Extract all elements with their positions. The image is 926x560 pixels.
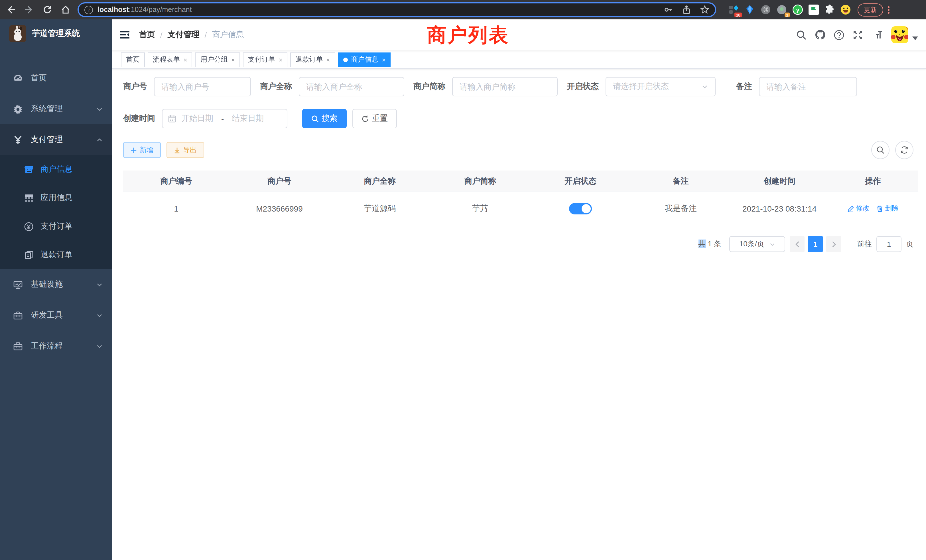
search-button[interactable]: 搜索 <box>302 109 346 128</box>
monitor-icon <box>12 279 23 290</box>
toolbox-icon <box>12 341 23 351</box>
col-header: 商户全称 <box>330 176 430 186</box>
page-number-1[interactable]: 1 <box>808 236 823 252</box>
sidebar-item-label: 工作流程 <box>31 341 63 351</box>
browser-toolbar: i localhost:1024/pay/merchant 10 ⌘ <box>0 0 926 20</box>
grid-icon <box>24 193 34 203</box>
extension-badge: 1 <box>785 12 790 17</box>
merchant-no-label: 商户号 <box>123 82 147 92</box>
sidebar-item-system[interactable]: 系统管理 <box>0 94 112 124</box>
font-size-icon[interactable] <box>871 29 882 40</box>
date-range-input[interactable]: 开始日期 - 结束日期 <box>162 109 287 128</box>
goto-page-input[interactable]: 1 <box>876 236 902 252</box>
status-toggle[interactable] <box>569 203 592 214</box>
address-bar[interactable]: i localhost:1024/pay/merchant <box>77 2 716 17</box>
close-icon[interactable]: × <box>231 56 235 63</box>
extension-y-icon[interactable]: y <box>793 5 803 15</box>
tab-merchant-info[interactable]: 商户信息× <box>338 52 391 67</box>
reset-button[interactable]: 重置 <box>353 109 397 128</box>
close-icon[interactable]: × <box>184 56 187 63</box>
browser-menu-icon[interactable] <box>888 6 890 14</box>
caret-down-icon[interactable] <box>912 33 918 42</box>
bookmark-star-icon[interactable] <box>700 5 709 14</box>
edit-link[interactable]: 修改 <box>847 204 870 213</box>
chrome-update-button[interactable]: 更新 <box>858 3 883 16</box>
merchant-short-input[interactable] <box>460 82 550 91</box>
user-avatar[interactable] <box>891 26 908 43</box>
sidebar-item-infra[interactable]: 基础设施 <box>0 269 112 300</box>
breadcrumb-home[interactable]: 首页 <box>139 30 155 40</box>
cell-short-name: 芋艿 <box>430 203 530 213</box>
chevron-down-icon <box>769 241 775 247</box>
remark-input[interactable] <box>766 82 850 91</box>
next-page-button[interactable] <box>826 236 841 252</box>
tab-home[interactable]: 首页 <box>121 52 145 67</box>
extension-gem-icon[interactable] <box>745 5 755 15</box>
col-header: 商户简称 <box>430 176 530 186</box>
reload-icon[interactable] <box>42 5 53 15</box>
extension-grid-icon[interactable]: 10 <box>729 5 739 15</box>
merchant-short-label: 商户简称 <box>413 82 445 92</box>
extension-flag-icon[interactable] <box>808 5 819 15</box>
sidebar-item-workflow[interactable]: 工作流程 <box>0 331 112 362</box>
cell-create-time: 2021-10-23 08:31:14 <box>731 204 828 213</box>
prev-page-button[interactable] <box>790 236 805 252</box>
close-icon[interactable]: × <box>327 56 330 63</box>
sidebar-item-app-info[interactable]: 应用信息 <box>0 184 112 212</box>
breadcrumb-section[interactable]: 支付管理 <box>168 30 200 40</box>
calendar-icon <box>168 115 176 123</box>
logo-bunny-image <box>9 25 26 42</box>
export-button[interactable]: 导出 <box>166 142 204 158</box>
date-start-placeholder: 开始日期 <box>181 114 213 124</box>
help-icon[interactable] <box>834 29 844 40</box>
sidebar-item-label: 支付订单 <box>41 221 73 232</box>
page-size-select[interactable]: 10条/页 <box>729 236 785 252</box>
sidebar-item-label: 应用信息 <box>41 193 73 203</box>
status-select[interactable]: 请选择开启状态 <box>605 77 716 96</box>
tab-refund-order[interactable]: 退款订单× <box>291 52 335 67</box>
github-icon[interactable] <box>815 29 826 40</box>
date-end-placeholder: 结束日期 <box>232 114 264 124</box>
password-key-icon[interactable] <box>664 5 673 14</box>
close-icon[interactable]: × <box>382 56 386 63</box>
sidebar-item-label: 研发工具 <box>31 310 63 321</box>
share-icon[interactable] <box>682 5 691 14</box>
search-icon[interactable] <box>796 29 807 40</box>
chevron-down-icon <box>96 343 103 349</box>
sidebar-item-dev-tools[interactable]: 研发工具 <box>0 300 112 331</box>
merchant-full-input[interactable] <box>306 82 397 91</box>
fullscreen-icon[interactable] <box>852 29 863 40</box>
sidebar-item-merchant-info[interactable]: 商户信息 <box>0 155 112 184</box>
chevron-down-icon <box>701 83 708 90</box>
cell-remark: 我是备注 <box>631 203 731 213</box>
add-button[interactable]: 新增 <box>123 142 161 158</box>
sidebar-item-refund-order[interactable]: 退款订单 <box>0 241 112 269</box>
delete-link[interactable]: 删除 <box>876 204 899 213</box>
close-icon[interactable]: × <box>279 56 283 63</box>
extension-avatar-icon[interactable]: 1 <box>776 5 787 15</box>
cell-status <box>530 203 631 214</box>
sidebar-item-pay-order[interactable]: 支付订单 <box>0 212 112 241</box>
breadcrumb-separator: / <box>205 30 207 39</box>
site-info-icon[interactable]: i <box>85 5 93 14</box>
sidebar-item-payment[interactable]: 支付管理 <box>0 124 112 155</box>
merchant-no-input[interactable] <box>161 82 244 91</box>
tab-user-group[interactable]: 用户分组× <box>195 52 240 67</box>
tab-pay-order[interactable]: 支付订单× <box>243 52 287 67</box>
profile-emoji-icon[interactable] <box>840 5 851 15</box>
merchant-short-input-wrap <box>452 77 558 96</box>
refresh-button[interactable] <box>895 141 914 159</box>
sidebar-item-home[interactable]: 首页 <box>0 63 112 94</box>
extension-command-icon[interactable]: ⌘ <box>761 5 771 15</box>
forward-icon[interactable] <box>24 5 34 15</box>
home-icon[interactable] <box>61 5 71 15</box>
sidebar-logo[interactable]: 芋道管理系统 <box>0 20 112 48</box>
tags-view: 首页 流程表单× 用户分组× 支付订单× 退款订单× 商户信息× <box>112 51 926 69</box>
merchant-full-input-wrap <box>299 77 404 96</box>
chevron-down-icon <box>96 312 103 318</box>
back-icon[interactable] <box>6 5 16 15</box>
tab-process-form[interactable]: 流程表单× <box>148 52 192 67</box>
toggle-search-button[interactable] <box>871 141 890 159</box>
extensions-puzzle-icon[interactable] <box>825 5 835 15</box>
sidebar-collapse-icon[interactable] <box>120 30 130 40</box>
